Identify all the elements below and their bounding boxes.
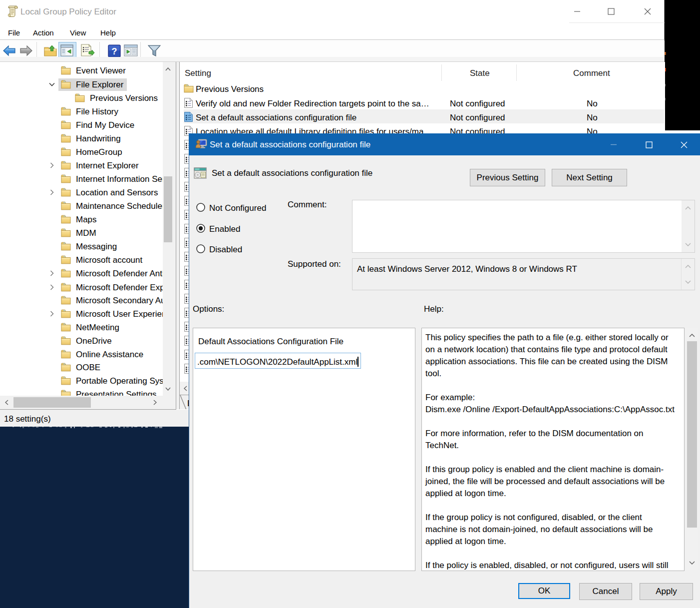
svg-text:?: ?	[112, 46, 117, 56]
